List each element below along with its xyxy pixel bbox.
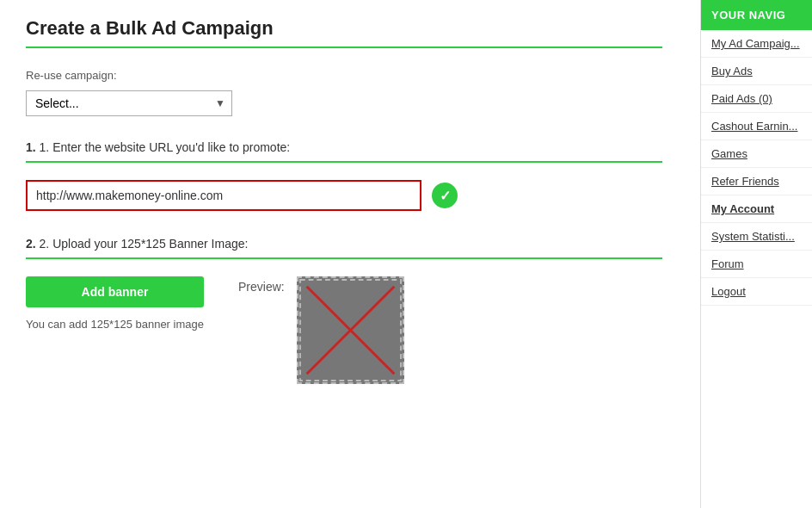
preview-image [297, 276, 404, 384]
sidebar-item-system-statistics[interactable]: System Statisti... [701, 223, 812, 251]
sidebar-item-forum[interactable]: Forum [701, 251, 812, 278]
upload-left: Add banner You can add 125*125 banner im… [26, 276, 204, 331]
sidebar-item-games[interactable]: Games [701, 140, 812, 168]
reuse-select-wrapper: Select...Campaign 1Campaign 2 ▼ [26, 90, 232, 116]
banner-section-divider [26, 257, 662, 259]
url-section-header: 1. 1. Enter the website URL you'd like t… [26, 140, 662, 154]
sidebar-item-refer-friends[interactable]: Refer Friends [701, 168, 812, 195]
sidebar-item-my-ad-campaigns[interactable]: My Ad Campaig... [701, 30, 812, 58]
sidebar-item-cashout-earnings[interactable]: Cashout Earnin... [701, 113, 812, 140]
sidebar-nav: My Ad Campaig...Buy AdsPaid Ads (0)Casho… [701, 30, 812, 306]
page-title: Create a Bulk Ad Campaign [26, 17, 662, 40]
preview-placeholder-svg [298, 278, 403, 382]
sidebar-header: YOUR NAVIG [701, 0, 812, 30]
banner-section-header: 2. 2. Upload your 125*125 Banner Image: [26, 237, 662, 251]
sidebar-item-buy-ads[interactable]: Buy Ads [701, 58, 812, 85]
sidebar-item-logout[interactable]: Logout [701, 278, 812, 306]
sidebar-item-paid-ads[interactable]: Paid Ads (0) [701, 85, 812, 113]
url-section-divider [26, 161, 662, 163]
title-divider [26, 46, 662, 48]
upload-hint: You can add 125*125 banner image [26, 318, 204, 331]
url-input[interactable] [26, 180, 421, 211]
sidebar-item-my-account[interactable]: My Account [701, 195, 812, 223]
add-banner-button[interactable]: Add banner [26, 276, 204, 307]
main-content: Create a Bulk Ad Campaign Re-use campaig… [0, 0, 688, 418]
reuse-select[interactable]: Select...Campaign 1Campaign 2 [26, 90, 232, 116]
sidebar: YOUR NAVIG My Ad Campaig...Buy AdsPaid A… [700, 0, 812, 418]
url-valid-icon: ✓ [432, 183, 458, 208]
preview-area: Preview: [238, 276, 404, 384]
upload-area: Add banner You can add 125*125 banner im… [26, 276, 662, 384]
url-input-area: ✓ [26, 180, 662, 211]
upload-section: 2. 2. Upload your 125*125 Banner Image: … [26, 237, 662, 384]
reuse-label: Re-use campaign: [26, 69, 662, 82]
preview-label: Preview: [238, 276, 285, 294]
